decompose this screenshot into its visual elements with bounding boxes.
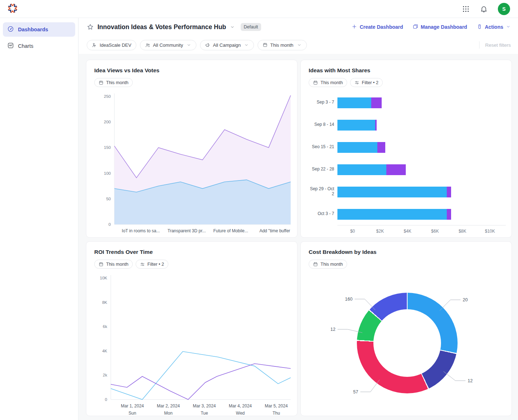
gauge-icon	[7, 26, 14, 33]
svg-text:160: 160	[345, 297, 353, 302]
card-chip-this-month[interactable]: This month	[94, 78, 133, 87]
svg-text:12: 12	[330, 327, 335, 332]
plus-icon	[351, 24, 357, 31]
svg-text:Mon: Mon	[164, 411, 172, 416]
svg-text:Wed: Wed	[236, 411, 245, 416]
create-dashboard-button[interactable]: Create Dashboard	[351, 24, 403, 31]
svg-text:Thu: Thu	[273, 411, 280, 416]
topbar: S	[0, 0, 518, 18]
manage-dashboard-icon	[413, 24, 418, 31]
card-chip-filter-2[interactable]: Filter • 2	[136, 260, 168, 269]
svg-text:250: 250	[104, 94, 111, 99]
sidebar-item-charts[interactable]: Charts	[3, 39, 75, 53]
bar-category-label: Sep 22 - 28	[306, 158, 337, 181]
page-title: Innovation Ideas & Votes Performance Hub	[97, 23, 226, 31]
svg-text:10K: 10K	[100, 276, 108, 280]
chevron-down-icon	[244, 42, 249, 47]
card-idea-views-vs-votes: Idea Views vs Idea Votes This month 0501…	[86, 60, 297, 238]
svg-text:Mar 1, 2024: Mar 1, 2024	[121, 403, 144, 408]
cards-grid: Idea Views vs Idea Votes This month 0501…	[79, 54, 518, 416]
manage-dashboard-button[interactable]: Manage Dashboard	[413, 24, 467, 31]
card-title: Ideas with Most Shares	[309, 67, 506, 74]
card-title: Idea Views vs Idea Votes	[94, 67, 291, 74]
filter-icon	[140, 262, 145, 267]
svg-text:50: 50	[106, 197, 111, 201]
calendar-icon	[99, 262, 104, 267]
notifications-bell-icon[interactable]	[480, 5, 488, 13]
stacked-bar-chart: Sep 3 - 7Sep 8 - 14Seo 15 - 21Sep 22 - 2…	[306, 91, 506, 235]
actions-button[interactable]: Actions	[477, 24, 511, 31]
filter-chip-all-community[interactable]: All Community	[140, 40, 196, 50]
filter-bar: IdeaScale DEVAll CommunityAll CampaignTh…	[79, 36, 518, 54]
card-roi-trends: ROI Trends Over Time This monthFilter • …	[86, 241, 297, 416]
bar-category-label: Oct 3 - 7	[306, 203, 337, 225]
card-chip-this-month[interactable]: This month	[309, 78, 347, 87]
svg-text:4K: 4K	[102, 349, 107, 353]
svg-text:20: 20	[463, 297, 468, 302]
avatar[interactable]: S	[498, 3, 510, 15]
svg-text:Mar 2, 2024: Mar 2, 2024	[157, 403, 180, 408]
sidebar: DashboardsCharts	[0, 18, 78, 420]
svg-text:0: 0	[109, 222, 111, 227]
apps-grid-icon[interactable]	[462, 5, 470, 13]
svg-text:IoT in rooms to sa...: IoT in rooms to sa...	[122, 228, 160, 233]
svg-text:Transparent 3D pr...: Transparent 3D pr...	[168, 228, 206, 233]
chevron-down-icon	[186, 42, 191, 47]
title-chevron-down-icon[interactable]	[230, 24, 235, 29]
svg-text:8K: 8K	[102, 300, 107, 305]
bar-category-label: Seo 15 - 21	[306, 136, 337, 158]
card-title: Cost Breakdown by Ideas	[309, 249, 506, 255]
bar-category-label: Sep 8 - 14	[306, 114, 337, 136]
svg-text:Mar 4, 2024: Mar 4, 2024	[229, 403, 252, 408]
svg-text:Tue: Tue	[201, 411, 208, 416]
bar-row	[337, 181, 506, 203]
svg-text:Add "time buffer: Add "time buffer	[259, 228, 290, 233]
svg-text:100: 100	[104, 171, 111, 175]
area-chart: 050100150200250IoT in rooms to sa...Tran…	[92, 91, 291, 237]
bar-row	[337, 91, 506, 114]
bar-row	[337, 114, 506, 136]
bar-category-label: Sep 3 - 7	[306, 91, 337, 114]
svg-text:Future of Mobile...: Future of Mobile...	[213, 228, 248, 233]
favorite-star-icon[interactable]	[87, 23, 94, 31]
svg-text:0: 0	[105, 397, 107, 402]
filter-chip-this-month[interactable]: This month	[258, 40, 306, 50]
bar-category-label: Sep 29 - Oct 2	[306, 181, 337, 203]
line-chart: 02k4K6k8K10KMar 1, 2024SunMar 2, 2024Mon…	[92, 273, 291, 416]
main-area: Innovation Ideas & Votes Performance Hub…	[79, 18, 518, 420]
bar-row	[337, 136, 506, 158]
card-chip-this-month[interactable]: This month	[94, 260, 133, 269]
svg-text:200: 200	[104, 120, 111, 124]
card-cost-breakdown: Cost Breakdown by Ideas This month 20125…	[300, 241, 512, 416]
divider	[479, 41, 480, 49]
reset-filters-button[interactable]: Reset filters	[485, 42, 511, 48]
calendar-icon	[99, 80, 104, 85]
svg-text:12: 12	[468, 378, 473, 383]
default-badge: Default	[241, 23, 262, 31]
card-ideas-most-shares: Ideas with Most Shares This monthFilter …	[300, 60, 512, 238]
bar-row	[337, 203, 506, 225]
sidebar-item-dashboards[interactable]: Dashboards	[3, 22, 75, 37]
filter-chip-ideascale-dev[interactable]: IdeaScale DEV	[87, 40, 136, 50]
app-logo[interactable]	[6, 2, 19, 16]
bar-row	[337, 158, 506, 181]
chevron-down-icon	[297, 42, 302, 47]
donut-chart: 20125712160	[306, 270, 506, 415]
svg-text:Mar 5, 2024: Mar 5, 2024	[265, 403, 288, 408]
svg-text:150: 150	[104, 145, 111, 150]
card-title: ROI Trends Over Time	[94, 249, 291, 255]
workspace-icon	[92, 42, 97, 48]
svg-text:6k: 6k	[103, 324, 107, 329]
calendar-icon	[313, 80, 318, 85]
megaphone-icon	[205, 42, 210, 48]
calendar-icon	[263, 42, 268, 47]
filter-icon	[354, 80, 359, 85]
card-chip-filter-2[interactable]: Filter • 2	[350, 78, 383, 87]
svg-text:57: 57	[353, 389, 358, 394]
people-icon	[145, 42, 150, 48]
card-chip-this-month[interactable]: This month	[309, 260, 347, 269]
calendar-icon	[313, 262, 318, 267]
dashboard-header: Innovation Ideas & Votes Performance Hub…	[79, 18, 518, 36]
filter-chip-all-campaign[interactable]: All Campaign	[200, 40, 254, 50]
svg-text:Mar 3, 2024: Mar 3, 2024	[193, 403, 216, 408]
